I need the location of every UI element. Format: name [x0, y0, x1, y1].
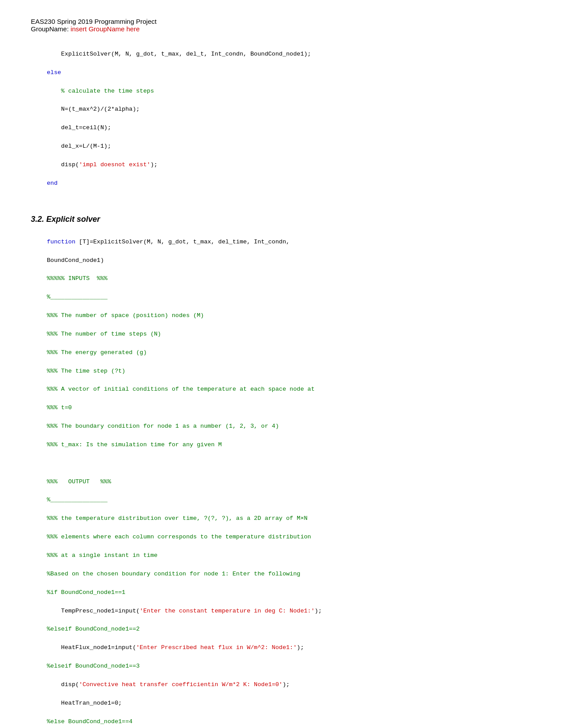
- header: EAS230 Spring 2019 Programming Project G…: [31, 18, 531, 33]
- header-group-value: insert GroupName here: [71, 25, 140, 33]
- main-code-line-20: TempPresc_node1=input('Enter the constan…: [47, 608, 322, 614]
- code-line-1: ExplicitSolver(M, N, g_dot, t_max, del_t…: [47, 51, 311, 57]
- main-code-line-17: %%% at a single instant in time: [47, 552, 157, 559]
- code-line-4: N=(t_max^2)/(2*alpha);: [47, 106, 140, 112]
- main-code-line-15: %%% the temperature distribution over ti…: [47, 515, 307, 522]
- main-code-line-10: %%% t=0: [47, 404, 72, 411]
- main-code-line-21: %elseif BoundCond_node1==2: [47, 626, 140, 632]
- main-code-block: function [T]=ExplicitSolver(M, N, g_dot,…: [40, 228, 531, 728]
- main-code-line-1: function [T]=ExplicitSolver(M, N, g_dot,…: [47, 239, 290, 245]
- code-line-8: end: [47, 180, 57, 187]
- header-group: GroupName: insert GroupName here: [31, 25, 531, 33]
- code-line-3: % calculate the time steps: [47, 88, 154, 94]
- code-line-5: del_t=ceil(N);: [47, 124, 111, 131]
- main-code-line-4: %________________: [47, 294, 108, 300]
- main-code-line-3: %%%%% INPUTS %%%: [47, 275, 108, 282]
- main-code-line-6: %%% The number of time steps (N): [47, 331, 161, 337]
- code-line-6: del_x=L/(M-1);: [47, 143, 111, 149]
- main-code-line-25: HeatTran_node1=0;: [47, 700, 122, 706]
- main-code-line-13: %%% OUTPUT %%%: [47, 478, 111, 485]
- main-code-line-19: %if BoundCond_node1==1: [47, 589, 125, 596]
- main-code-line-5: %%% The number of space (position) nodes…: [47, 312, 204, 319]
- top-code-block: ExplicitSolver(M, N, g_dot, t_max, del_t…: [40, 41, 531, 188]
- main-code-line-2: BoundCond_node1): [47, 257, 104, 264]
- section-heading: 3.2. Explicit solver: [31, 215, 531, 224]
- main-code-line-7: %%% The energy generated (g): [47, 349, 147, 356]
- main-code-line-22: HeatFlux_node1=input('Enter Prescribed h…: [47, 644, 304, 651]
- main-code-line-9: %%% A vector of initial conditions of th…: [47, 386, 315, 392]
- main-code-line-16: %%% elements where each column correspon…: [47, 534, 311, 540]
- main-code-line-14: %________________: [47, 497, 108, 503]
- main-code-line-12: %%% t_max: Is the simulation time for an…: [47, 441, 222, 448]
- main-code-line-26: %else BoundCond_node1==4: [47, 718, 132, 725]
- header-group-label: GroupName:: [31, 25, 71, 33]
- header-title: EAS230 Spring 2019 Programming Project: [31, 18, 531, 25]
- main-code-line-18: %Based on the chosen boundary condition …: [47, 571, 300, 577]
- main-code-line-23: %elseif BoundCond_node1==3: [47, 663, 140, 669]
- main-code-line-24: disp('Convective heat transfer coefficie…: [47, 681, 290, 688]
- main-code-line-8: %%% The time step (?t): [47, 368, 125, 374]
- main-code-line-11: %%% The boundary condition for node 1 as…: [47, 423, 279, 429]
- code-line-7: disp('impl doesnot exist');: [47, 161, 157, 168]
- code-line-2: else: [47, 69, 61, 76]
